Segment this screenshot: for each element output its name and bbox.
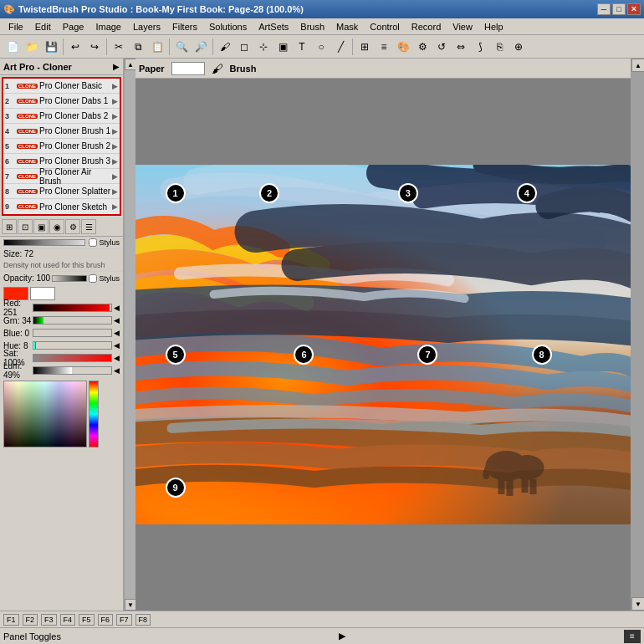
canvas-num-8: 8 [532, 345, 552, 365]
opacity-stylus[interactable] [89, 274, 97, 283]
menu-record[interactable]: Record [406, 20, 446, 33]
menu-help[interactable]: Help [479, 20, 509, 33]
f2-key[interactable]: F2 [23, 614, 38, 626]
art-pro-expand[interactable]: ▶ [113, 62, 120, 71]
brush-name-8: Pro Cloner Splatter [39, 187, 112, 196]
brush-item-2[interactable]: 2 CLONE Pro Cloner Dabs 1 ▶ [3, 94, 120, 109]
eraser-btn[interactable]: ◻ [235, 38, 253, 56]
close-button[interactable]: ✕ [627, 3, 641, 15]
f6-key[interactable]: F6 [98, 614, 114, 626]
status-bar: Panel Toggles ▶ ≡ [0, 627, 644, 644]
brush-tool-btn[interactable]: 🖌 [216, 38, 234, 56]
fill-btn[interactable]: ▣ [273, 38, 292, 56]
text-btn[interactable]: T [293, 38, 311, 56]
green-bar[interactable] [33, 316, 112, 325]
settings-btn[interactable]: ⚙ [413, 38, 432, 56]
painting-canvas[interactable]: 1 2 3 4 5 6 7 8 9 [135, 165, 631, 524]
warp-btn[interactable]: ⟆ [471, 38, 489, 56]
menu-image[interactable]: Image [90, 20, 126, 33]
right-scroll-down[interactable]: ▼ [631, 597, 644, 611]
color-picker[interactable] [3, 381, 120, 447]
menu-file[interactable]: File [3, 20, 28, 33]
redo-btn[interactable]: ↪ [85, 38, 104, 56]
right-scroll-track[interactable] [631, 72, 644, 597]
cut-btn[interactable]: ✂ [110, 38, 128, 56]
menu-edit[interactable]: Edit [30, 20, 56, 33]
menu-mask[interactable]: Mask [331, 20, 363, 33]
tool-icon-1[interactable]: ⊞ [2, 219, 17, 234]
rotate-btn[interactable]: ↺ [432, 38, 451, 56]
blue-arrow: ◀ [112, 329, 120, 337]
canvas-area[interactable]: Paper 🖌 Brush [135, 59, 631, 611]
tool-icon-4[interactable]: ◉ [49, 219, 64, 234]
menu-page[interactable]: Page [58, 20, 89, 33]
open-btn[interactable]: 📁 [23, 38, 41, 56]
layer-btn[interactable]: ≡ [375, 38, 393, 56]
f7-key[interactable]: F7 [116, 614, 132, 626]
scroll-track[interactable] [125, 70, 135, 599]
select-btn[interactable]: ⊹ [254, 38, 273, 56]
save-btn[interactable]: 💾 [42, 38, 60, 56]
undo-btn[interactable]: ↩ [66, 38, 84, 56]
stylus-checkbox[interactable]: Stylus [89, 238, 120, 247]
brush-item-9[interactable]: 9 CLONE Pro Cloner Sketch ▶ [3, 199, 120, 214]
canvas-container[interactable]: 1 2 3 4 5 6 7 8 9 [135, 79, 631, 611]
f3-key[interactable]: F3 [41, 614, 57, 626]
flip-btn[interactable]: ⇔ [452, 38, 470, 56]
f1-key[interactable]: F1 [3, 614, 19, 626]
hue-slider[interactable] [89, 381, 99, 447]
zoom-in-btn[interactable]: 🔍 [172, 38, 191, 56]
tool-icon-5[interactable]: ⚙ [65, 219, 80, 234]
tool-icon-3[interactable]: ▣ [33, 219, 49, 234]
minimize-button[interactable]: ─ [597, 3, 611, 15]
right-scroll-up[interactable]: ▲ [631, 59, 644, 72]
bg-color-swatch[interactable] [30, 287, 55, 300]
brush-item-3[interactable]: 3 CLONE Pro Cloner Dabs 2 ▶ [3, 109, 120, 124]
menu-artsets[interactable]: ArtSets [253, 20, 294, 33]
f8-key[interactable]: F8 [135, 614, 151, 626]
blue-bar[interactable] [33, 329, 112, 337]
status-arrow[interactable]: ▶ [339, 631, 345, 641]
sat-bar[interactable] [33, 354, 112, 362]
red-bar[interactable] [33, 304, 112, 312]
grid-btn[interactable]: ⊞ [355, 38, 374, 56]
stamp-btn[interactable]: ⊕ [509, 38, 528, 56]
opacity-bar[interactable] [52, 275, 87, 282]
paste-btn[interactable]: 📋 [148, 38, 166, 56]
shape-btn[interactable]: ○ [312, 38, 330, 56]
brush-item-4[interactable]: 4 CLONE Pro Cloner Brush 1 ▶ [3, 124, 120, 139]
copy-btn[interactable]: ⧉ [129, 38, 147, 56]
scroll-up-btn[interactable]: ▲ [125, 59, 136, 70]
brush-item-1[interactable]: 1 CLONE Pro Cloner Basic ▶ [3, 79, 120, 94]
color-gradient-area[interactable] [3, 381, 87, 447]
new-btn[interactable]: 📄 [3, 38, 22, 56]
menu-control[interactable]: Control [365, 20, 404, 33]
maximize-button[interactable]: □ [612, 3, 626, 15]
menu-solutions[interactable]: Solutions [204, 20, 252, 33]
line-btn[interactable]: ╱ [331, 38, 350, 56]
tool-icon-2[interactable]: ⊡ [18, 219, 33, 234]
lum-bar[interactable] [33, 366, 112, 375]
brush-tag-8: CLONE [17, 189, 38, 194]
left-scrollbar: ▲ ▼ [124, 59, 135, 611]
paper-input[interactable] [171, 62, 205, 75]
f5-key[interactable]: F5 [79, 614, 95, 626]
status-icon[interactable]: ≡ [624, 630, 641, 643]
zoom-out-btn[interactable]: 🔎 [192, 38, 210, 56]
tool-icon-6[interactable]: ☰ [81, 219, 96, 234]
color-btn[interactable]: 🎨 [394, 38, 412, 56]
svg-point-1 [511, 455, 544, 480]
menu-layers[interactable]: Layers [128, 20, 166, 33]
title-bar-text: TwistedBrush Pro Studio : Book-My First … [18, 4, 304, 14]
menu-view[interactable]: View [447, 20, 478, 33]
paper-toolbar: Paper 🖌 Brush [135, 59, 631, 79]
menu-brush[interactable]: Brush [295, 20, 330, 33]
clone-btn[interactable]: ⎘ [490, 38, 509, 56]
brush-item-7[interactable]: 7 CLONE Pro Cloner Air Brush ▶ [3, 169, 120, 184]
scroll-down-btn[interactable]: ▼ [125, 599, 136, 611]
menu-filters[interactable]: Filters [167, 20, 202, 33]
f4-key[interactable]: F4 [60, 614, 76, 626]
hue-bar[interactable] [33, 341, 112, 350]
brush-item-8[interactable]: 8 CLONE Pro Cloner Splatter ▶ [3, 184, 120, 199]
brush-item-5[interactable]: 5 CLONE Pro Cloner Brush 2 ▶ [3, 139, 120, 154]
